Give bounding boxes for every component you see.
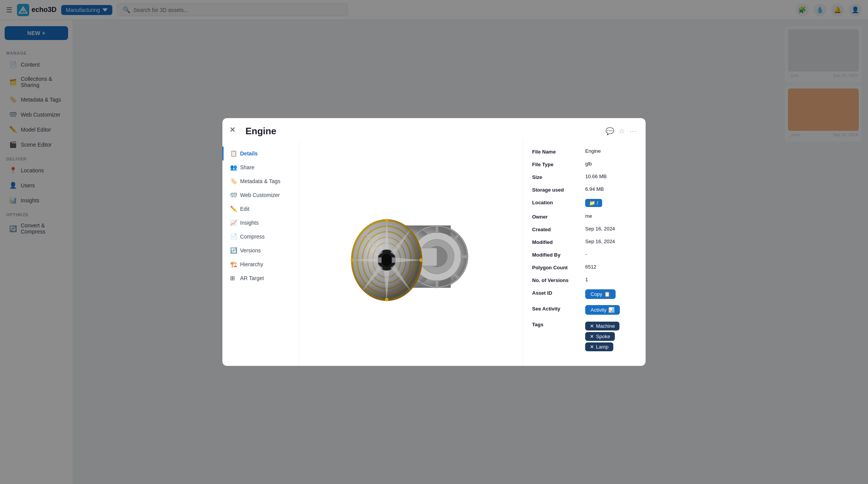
nav-item-details[interactable]: 📋 Details [222, 147, 299, 160]
nav-item-compress[interactable]: 📄 Compress [222, 230, 299, 244]
location-value: / [597, 200, 598, 206]
modified-value: Sep 16, 2024 [585, 239, 636, 244]
modified-label: Modified [532, 239, 582, 245]
modal-title: Engine [245, 126, 276, 137]
polygon-value: 6512 [585, 264, 636, 270]
nav-item-ar-target[interactable]: ⊞ AR Target [222, 271, 299, 285]
activity-btn-label: Activity [591, 307, 606, 313]
copy-icon: 📋 [604, 291, 610, 297]
hierarchy-nav-label: Hierarchy [240, 261, 263, 267]
created-value: Sep 16, 2024 [585, 226, 636, 232]
copy-btn-label: Copy [591, 291, 602, 297]
tag-lamp-label: Lamp [596, 344, 609, 350]
detail-row-size: Size 10.66 MB [532, 174, 636, 180]
storage-label: Storage used [532, 186, 582, 193]
modal-close-button[interactable]: ✕ [229, 125, 236, 134]
share-nav-icon: 👥 [230, 164, 237, 171]
versions-value: 1 [585, 277, 636, 282]
owner-value: me [585, 213, 636, 219]
detail-row-activity: See Activity Activity 📊 [532, 305, 636, 315]
activity-button[interactable]: Activity 📊 [585, 305, 620, 315]
modified-by-value: - [585, 251, 636, 257]
tags-container: ✕ Machine ✕ Spoke ✕ Lamp [585, 321, 636, 352]
asset-id-label: Asset ID [532, 289, 582, 296]
versions-nav-icon: 🔃 [230, 247, 237, 254]
tag-icon-3: ✕ [590, 344, 594, 350]
detail-row-storage: Storage used 6.94 MB [532, 186, 636, 193]
modal-overlay[interactable]: ✕ Engine 💬 ☆ ⋯ 📋 Details 👥 Share [0, 0, 868, 484]
ar-target-nav-icon: ⊞ [230, 275, 237, 282]
tag-spoke[interactable]: ✕ Spoke [585, 332, 615, 341]
svg-point-30 [419, 259, 423, 262]
detail-row-location: Location 📁 / [532, 199, 636, 207]
modal-nav: 📋 Details 👥 Share 🏷️ Metadata & Tags 🥽 W… [222, 140, 299, 366]
detail-row-created: Created Sep 16, 2024 [532, 226, 636, 232]
detail-row-owner: Owner me [532, 213, 636, 220]
compress-nav-label: Compress [240, 234, 265, 240]
tag-lamp[interactable]: ✕ Lamp [585, 342, 613, 351]
edit-nav-label: Edit [240, 206, 249, 212]
modified-by-label: Modified By [532, 251, 582, 258]
location-label: Location [532, 199, 582, 205]
details-nav-label: Details [240, 150, 258, 157]
star-icon[interactable]: ☆ [619, 127, 625, 135]
owner-label: Owner [532, 213, 582, 220]
tag-machine[interactable]: ✕ Machine [585, 322, 619, 330]
versions-label: No. of Versions [532, 277, 582, 283]
nav-item-insights[interactable]: 📈 Insights [222, 216, 299, 230]
nav-item-versions[interactable]: 🔃 Versions [222, 244, 299, 257]
details-panel: File Name Engine File Type glb Size 10.6… [522, 140, 646, 366]
share-nav-label: Share [240, 164, 254, 170]
detail-row-versions: No. of Versions 1 [532, 277, 636, 283]
edit-nav-icon: ✏️ [230, 205, 237, 212]
activity-icon: 📊 [608, 307, 614, 313]
model-preview-area [299, 140, 522, 366]
details-nav-icon: 📋 [230, 150, 237, 157]
svg-point-28 [385, 298, 389, 301]
location-badge[interactable]: 📁 / [585, 199, 602, 207]
nav-item-metadata[interactable]: 🏷️ Metadata & Tags [222, 174, 299, 188]
copy-asset-id-button[interactable]: Copy 📋 [585, 289, 616, 299]
filename-value: Engine [585, 148, 636, 154]
engine-3d-model [342, 188, 480, 319]
detail-row-tags: Tags ✕ Machine ✕ Spoke ✕ [532, 321, 636, 352]
versions-nav-label: Versions [240, 247, 261, 254]
modal-body: 📋 Details 👥 Share 🏷️ Metadata & Tags 🥽 W… [222, 140, 646, 366]
comment-icon[interactable]: 💬 [606, 127, 614, 135]
insights-nav-icon: 📈 [230, 219, 237, 226]
tag-icon-2: ✕ [590, 334, 594, 339]
folder-icon: 📁 [589, 200, 595, 206]
hierarchy-nav-icon: 🏗️ [230, 261, 237, 268]
svg-point-27 [385, 219, 389, 222]
detail-row-asset-id: Asset ID Copy 📋 [532, 289, 636, 299]
nav-item-share[interactable]: 👥 Share [222, 160, 299, 174]
metadata-nav-label: Metadata & Tags [240, 178, 280, 184]
asset-detail-modal: ✕ Engine 💬 ☆ ⋯ 📋 Details 👥 Share [222, 118, 646, 366]
detail-row-modified: Modified Sep 16, 2024 [532, 239, 636, 245]
nav-item-web-customizer[interactable]: 🥽 Web Customizer [222, 188, 299, 202]
polygon-label: Polygon Count [532, 264, 582, 270]
web-customizer-nav-label: Web Customizer [240, 192, 280, 198]
modal-content-area: File Name Engine File Type glb Size 10.6… [299, 140, 646, 366]
tags-label: Tags [532, 321, 582, 327]
more-options-icon[interactable]: ⋯ [629, 127, 636, 135]
detail-row-filetype: File Type glb [532, 161, 636, 167]
ar-target-nav-label: AR Target [240, 275, 264, 281]
insights-nav-label: Insights [240, 220, 259, 226]
compress-nav-icon: 📄 [230, 233, 237, 240]
created-label: Created [532, 226, 582, 232]
filename-label: File Name [532, 148, 582, 155]
storage-value: 6.94 MB [585, 186, 636, 192]
filetype-label: File Type [532, 161, 582, 167]
detail-row-filename: File Name Engine [532, 148, 636, 155]
nav-item-hierarchy[interactable]: 🏗️ Hierarchy [222, 257, 299, 271]
svg-point-26 [382, 254, 392, 266]
tag-icon: ✕ [590, 323, 594, 329]
activity-label: See Activity [532, 305, 582, 312]
size-label: Size [532, 174, 582, 180]
detail-row-polygon: Polygon Count 6512 [532, 264, 636, 270]
tag-machine-label: Machine [596, 323, 615, 329]
filetype-value: glb [585, 161, 636, 167]
nav-item-edit[interactable]: ✏️ Edit [222, 202, 299, 216]
tag-spoke-label: Spoke [596, 334, 610, 339]
